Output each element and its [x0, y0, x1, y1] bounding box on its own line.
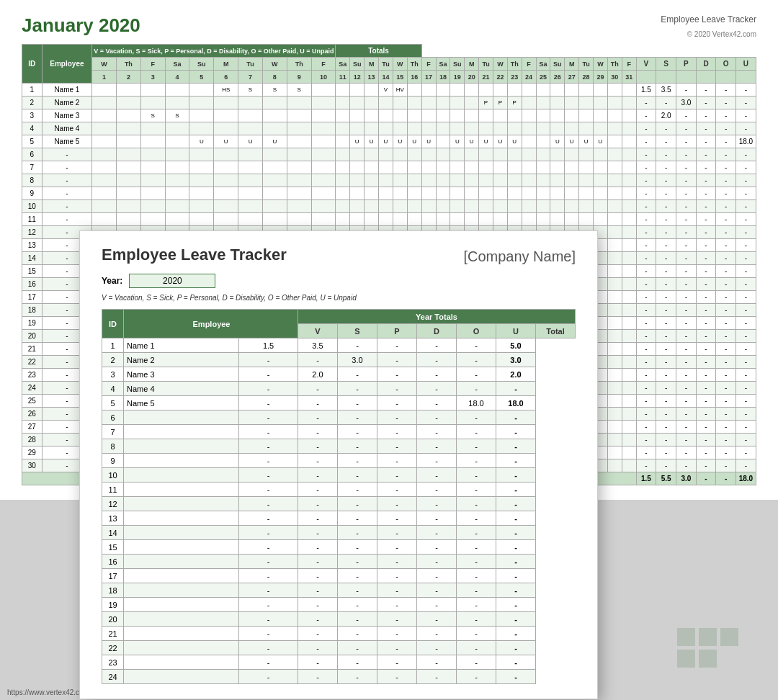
bg-cell-day: [536, 187, 550, 200]
overlay-cell-u: -: [457, 612, 496, 627]
bg-cell-day: [450, 122, 465, 135]
bg-cell-day: [287, 135, 311, 148]
overlay-cell-p: -: [338, 583, 377, 598]
bg-cell-day: [350, 109, 365, 122]
bg-weekday: M: [465, 58, 479, 71]
bg-cell-day: [465, 200, 479, 213]
overlay-cell-u: -: [457, 569, 496, 583]
bg-weekday: Sa: [336, 58, 350, 71]
bg-cell-day: U: [550, 135, 565, 148]
bg-weekday: Su: [350, 58, 365, 71]
bg-cell-day: [493, 187, 507, 200]
bg-cell-id: 13: [22, 239, 43, 252]
bg-cell-day: [607, 421, 622, 434]
bg-cell-total: -: [716, 109, 736, 122]
bg-cell-total: -: [636, 213, 656, 226]
bg-cell-day: [262, 161, 287, 174]
bg-cell-total: -: [636, 226, 656, 239]
bg-cell-total: -: [716, 304, 736, 317]
bg-cell-day: [311, 135, 336, 148]
bg-cell-id: 26: [22, 408, 43, 421]
overlay-cell-s: 2.0: [298, 367, 338, 382]
bg-weekday: W: [393, 58, 407, 71]
bg-table-row: 11-------: [22, 213, 756, 226]
overlay-cell-total: -: [496, 540, 536, 555]
bg-cell-total: -: [676, 421, 697, 434]
overlay-cell-v: -: [239, 540, 298, 555]
bg-cell-day: [238, 200, 263, 213]
bg-cell-total: -: [656, 278, 676, 291]
bg-cell-day: [565, 109, 579, 122]
overlay-table-row: 11-------: [102, 483, 576, 497]
year-input[interactable]: [129, 274, 215, 288]
bg-cell-day: U: [262, 135, 287, 148]
bg-cell-day: U: [565, 135, 579, 148]
bg-cell-day: [189, 84, 214, 97]
overlay-cell-p: -: [338, 540, 377, 555]
bg-cell-total: -: [636, 434, 656, 447]
overlay-table-row: 17-------: [102, 569, 576, 583]
bg-cell-day: [479, 187, 493, 200]
overlay-col-v: V: [298, 324, 338, 338]
bg-weekday: Tu: [479, 58, 493, 71]
bg-cell-day: U: [507, 135, 522, 148]
bg-cell-day: U: [365, 135, 379, 148]
bg-cell-day: P: [507, 97, 522, 109]
bg-cell-day: [607, 84, 622, 97]
overlay-cell-total: -: [496, 655, 536, 670]
bg-cell-day: [140, 135, 165, 148]
overlay-cell-name: [124, 627, 239, 641]
bg-cell-total: -: [696, 109, 716, 122]
bg-cell-day: [565, 174, 579, 187]
overlay-table-row: 13-------: [102, 511, 576, 526]
bg-cell-day: [407, 200, 421, 213]
bg-cell-id: 29: [22, 447, 43, 459]
bg-daynum: 1: [92, 71, 117, 84]
bg-cell-day: [607, 291, 622, 304]
bg-cell-day: [92, 174, 117, 187]
bg-cell-day: [350, 84, 365, 97]
bg-weekday: Sa: [165, 58, 189, 71]
bg-cell-total: -: [735, 265, 756, 278]
bg-cell-day: [622, 84, 636, 97]
overlay-cell-d: -: [377, 425, 417, 439]
status-url: https://www.vertex42.com: [7, 688, 89, 696]
bg-cell-day: [311, 187, 336, 200]
bg-cell-total: -: [656, 382, 676, 395]
overlay-cell-s: -: [298, 612, 338, 627]
bg-cell-day: S: [140, 109, 165, 122]
bg-cell-day: U: [450, 135, 465, 148]
bg-cell-day: [165, 97, 189, 109]
bg-cell-total: -: [636, 265, 656, 278]
bg-footer-total: -: [696, 472, 716, 485]
bg-cell-day: [607, 239, 622, 252]
overlay-cell-u: -: [457, 526, 496, 540]
overlay-cell-total: 5.0: [496, 338, 536, 353]
bg-daynum: 30: [607, 71, 622, 84]
bg-cell-day: [165, 135, 189, 148]
overlay-section-employee: Employee: [124, 310, 298, 338]
bg-cell-name: -: [42, 148, 91, 161]
bg-cell-day: [393, 200, 407, 213]
bg-cell-day: [465, 148, 479, 161]
bg-header-name: Employee: [42, 45, 91, 84]
bg-cell-total: -: [656, 421, 676, 434]
bg-cell-day: [407, 187, 421, 200]
bg-cell-day: [622, 174, 636, 187]
overlay-cell-d: -: [377, 569, 417, 583]
bg-cell-day: P: [493, 97, 507, 109]
bg-cell-day: [421, 97, 436, 109]
overlay-cell-id: 2: [102, 353, 124, 367]
bg-cell-total: -: [716, 200, 736, 213]
bg-cell-day: [479, 200, 493, 213]
bg-cell-day: [450, 161, 465, 174]
overlay-cell-id: 17: [102, 569, 124, 583]
bg-weekday: Th: [116, 58, 140, 71]
bg-cell-day: [116, 122, 140, 135]
bg-cell-day: [189, 122, 214, 135]
bg-cell-id: 19: [22, 317, 43, 330]
bg-cell-day: S: [165, 109, 189, 122]
bg-cell-name: -: [42, 213, 91, 226]
bg-cell-id: 27: [22, 421, 43, 434]
bg-daynum: 14: [379, 71, 393, 84]
